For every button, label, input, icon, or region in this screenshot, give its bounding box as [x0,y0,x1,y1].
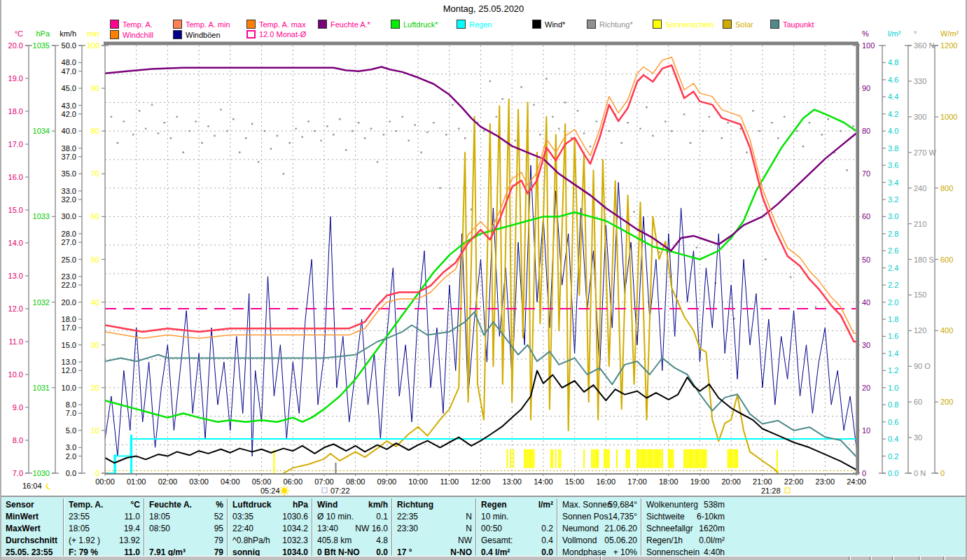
time-label: 14:00 [534,477,553,486]
table-row: Sensor [6,499,60,511]
table-cell-label: Gesamt: [481,535,513,547]
table-row: Windkm/h [317,499,388,511]
table-cell-value: 95 [214,523,223,535]
axis-label: 0.2 [888,452,898,461]
axis-label: 240 [914,184,926,192]
axis-label: 3.6 [888,161,898,169]
table-cell-label: 13:40 [317,523,338,535]
axis-label: 2.6 [888,246,898,255]
axis-label: 1035 [33,41,50,50]
table-cell-value: 59,684° [608,499,637,511]
axis-label: 0.4 [888,435,898,443]
table-cell-label: 405.8 km [317,535,352,547]
table-cell-label: (+ 1.92 ) [69,535,100,547]
axis-label: 90 [862,84,870,92]
time-label: 00:00 [95,477,115,486]
time-label: 22:00 [784,477,804,486]
time-label: 04:00 [221,477,240,486]
table-column-regen: Regenl/m²10 min.00:500.2Gesamt:0.40.4 l/… [481,497,553,557]
table-cell-label: Schneefallgr [646,523,693,535]
axis-label: 100 [87,41,99,50]
axis-label: 1.4 [888,349,898,358]
marker-square-time: 21:28 [761,486,781,495]
table-row: Regenl/m² [481,499,553,511]
axis-min: 1009080706050403020100min [87,29,109,477]
axis-label: 5.0 [66,426,76,435]
axis-label: 120 [914,326,926,335]
table-cell-value: NW [458,535,472,547]
axis-label: 43.0 [62,102,76,110]
series-regen-kumuliert [105,439,856,473]
moonset-icon [322,488,327,493]
table-row: Gesamt:0.4 [481,535,553,547]
table-cell-value: 1032.3 [282,535,308,547]
axis-label: 180 S [914,255,934,264]
table-row: MinWert [6,511,60,523]
axis-unit-label: ° [914,29,917,38]
axis-label: 33.0 [62,187,76,195]
table-cell-label: ^0.8hPa/h [232,535,270,547]
axis-temp: 20.019.018.017.016.015.014.013.012.011.0… [8,29,32,477]
time-label: 21:00 [753,477,772,486]
axis-label: 4.6 [888,76,898,84]
table-cell-label: Wind [317,499,338,511]
axis-unit-label: l/m² [888,29,901,38]
table-cell-value: 13.92 [119,535,140,547]
axis-deg: 360 N330300270 W240210180 S15012090 O603… [905,29,936,477]
axis-label: 16.0 [8,173,23,181]
axis-label: 1000 [940,113,957,121]
table-row: 405.8 km4.8 [317,535,388,547]
axis-label: 210 [914,220,926,228]
axis-label: 70 [91,169,99,178]
axis-label: 11.0 [8,337,23,346]
axis-label: 3.4 [888,178,898,187]
table-cell-label: Neumond [562,523,599,535]
axis-label: 30 [914,433,922,442]
time-label: 06:00 [283,477,302,486]
axis-label: 38.0 [62,144,76,153]
table-cell-value: 11.0 [125,511,140,523]
axis-label: 15.0 [62,341,76,349]
table-cell-value: 4.8 [376,535,388,547]
series-sonnenschein [508,449,738,468]
time-label: 16:00 [597,477,616,486]
axis-label: 80 [862,127,870,135]
table-cell-value: hPa [293,499,308,511]
axis-label: 40 [91,298,99,307]
time-label: 03:00 [189,477,209,486]
table-cell-label: 18:05 [149,511,170,523]
table-separator [557,498,558,556]
series-luftdruck [105,110,856,422]
time-label: 17:00 [627,477,647,486]
axis-label: 13.0 [8,272,23,280]
axis-label: 48.0 [62,58,76,66]
table-cell-value: 0.4 [541,535,553,547]
series-regen-bars [114,435,132,473]
axis-unit-label: km/h [60,29,76,38]
table-row: (+ 1.92 )13.92 [69,535,140,547]
axis-label: 1.0 [888,384,898,392]
table-row: 22:401034.2 [232,523,308,535]
axis-label: 1.6 [888,332,898,340]
sunset-square-icon [785,488,790,493]
table-cell-label: 10 min. [481,511,508,523]
axis-unit-label: W/m² [940,29,959,38]
table-column-sensor: SensorMinWertMaxWertDurchschnitt25.05. 2… [6,497,60,557]
table-cell-label: Durchschnitt [6,535,57,547]
table-column-luftdruck: LuftdruckhPa03:351030.622:401034.2^0.8hP… [232,497,308,557]
time-label: 01:00 [127,477,146,486]
table-row: Feuchte A.% [149,499,223,511]
axis-label: 800 [940,184,953,192]
table-cell-label: 00:50 [481,523,502,535]
axis-label: 10.0 [8,370,23,379]
table-row: Sichtweite6-10km [646,511,725,523]
time-label: 12:00 [471,477,491,486]
axis-label: 1.8 [888,315,898,323]
time-label: 15:00 [565,477,585,486]
status-segment-divider [870,556,872,560]
marker-sun-time: 05:24 [260,486,280,495]
axis-label: 60 [862,212,870,220]
axis-label: 90 O [914,362,931,370]
table-row: Durchschnitt [6,535,60,547]
table-row: Regen/1h0.0l/m² [646,535,725,547]
